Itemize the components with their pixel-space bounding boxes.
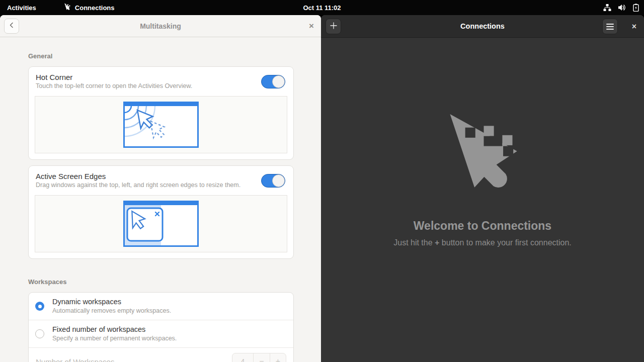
menu-button[interactable] (602, 19, 618, 34)
connections-headerbar[interactable]: Connections × (321, 15, 644, 38)
hot-corner-subtitle: Touch the top-left corner to open the Ac… (36, 82, 192, 90)
dynamic-workspaces-text: Dynamic workspaces Automatically removes… (52, 297, 171, 315)
hot-corner-text: Hot Corner Touch the top-left corner to … (36, 72, 192, 90)
connections-cursor-logo (438, 111, 527, 197)
workspace-count-value: 4 (232, 353, 254, 362)
number-of-workspaces-label: Number of Workspaces (36, 357, 114, 362)
increment-button[interactable]: + (270, 353, 286, 362)
dynamic-workspaces-row[interactable]: Dynamic workspaces Automatically removes… (29, 293, 293, 320)
hamburger-menu-icon (606, 24, 614, 30)
settings-close-button[interactable]: × (309, 15, 314, 37)
hot-corner-row[interactable]: Hot Corner Touch the top-left corner to … (29, 67, 293, 95)
activities-button[interactable]: Activities (0, 0, 43, 15)
settings-headerbar[interactable]: Multitasking × (0, 15, 321, 37)
number-of-workspaces-row: Number of Workspaces 4 − + (29, 347, 293, 362)
connections-empty-state: Welcome to Connections Just hit the + bu… (321, 38, 644, 247)
workspace-count-spinner: 4 − + (232, 353, 286, 362)
workspaces-card: Dynamic workspaces Automatically removes… (28, 292, 294, 362)
welcome-subtitle: Just hit the + button to make your first… (393, 238, 572, 247)
toggle-knob (272, 174, 285, 187)
focused-app-name: Connections (75, 4, 115, 12)
hot-corner-title: Hot Corner (36, 72, 192, 82)
active-edges-row[interactable]: Active Screen Edges Drag windows against… (29, 166, 293, 194)
network-wired-icon (603, 4, 611, 12)
active-edges-subtitle: Drag windows against the top, left, and … (36, 181, 240, 190)
fixed-workspaces-subtitle: Specify a number of permanent workspaces… (52, 334, 177, 343)
hot-corner-toggle[interactable] (261, 75, 285, 88)
settings-window-title: Multitasking (0, 22, 321, 30)
toggle-knob (272, 75, 285, 88)
settings-content: General Hot Corner Touch the top-left co… (0, 37, 321, 362)
dynamic-workspaces-subtitle: Automatically removes empty workspaces. (52, 307, 171, 315)
fixed-workspaces-title: Fixed number of workspaces (52, 325, 177, 334)
connections-window-title: Connections (321, 22, 644, 30)
plus-hint: + (435, 238, 439, 247)
focused-app-indicator[interactable]: Connections (57, 0, 121, 15)
connections-cursor-icon (63, 3, 71, 12)
connections-window: Connections × Welcome to Connections Jus… (321, 15, 644, 362)
general-section-header: General (28, 52, 294, 60)
workspaces-section-header: Workspaces (28, 278, 294, 286)
battery-icon (633, 4, 639, 12)
fixed-workspaces-text: Fixed number of workspaces Specify a num… (52, 325, 177, 343)
decrement-button[interactable]: − (254, 353, 270, 362)
volume-icon (618, 4, 626, 12)
hot-corner-illustration (35, 96, 287, 153)
back-button[interactable] (4, 19, 19, 34)
active-edges-illustration (35, 195, 287, 252)
new-connection-button[interactable] (326, 19, 341, 34)
connections-close-button[interactable]: × (632, 15, 636, 38)
active-edges-title: Active Screen Edges (36, 171, 240, 181)
settings-window: Multitasking × General Hot Corner Touch … (0, 15, 321, 362)
dynamic-workspaces-title: Dynamic workspaces (52, 297, 171, 307)
active-edges-text: Active Screen Edges Drag windows against… (36, 171, 240, 190)
active-edges-toggle[interactable] (261, 174, 285, 188)
plus-icon (330, 22, 338, 32)
fixed-workspaces-row[interactable]: Fixed number of workspaces Specify a num… (29, 320, 293, 347)
chevron-left-icon (8, 22, 15, 31)
general-card: Hot Corner Touch the top-left corner to … (28, 66, 294, 160)
top-bar: Activities Connections Oct 11 11:02 (0, 0, 644, 15)
dynamic-workspaces-radio[interactable] (35, 302, 44, 311)
welcome-title: Welcome to Connections (414, 219, 551, 233)
fixed-workspaces-radio[interactable] (35, 329, 44, 338)
system-status-area[interactable] (603, 0, 639, 15)
edges-card: Active Screen Edges Drag windows against… (28, 165, 294, 259)
clock[interactable]: Oct 11 11:02 (303, 0, 341, 15)
